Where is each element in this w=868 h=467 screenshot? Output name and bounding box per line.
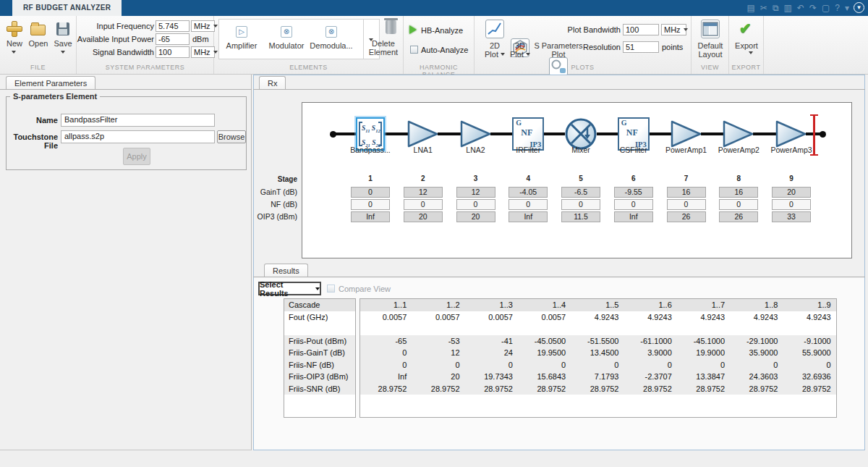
signal-line <box>544 132 565 135</box>
oip3-value-field[interactable]: 26 <box>719 211 758 222</box>
result-value: -45.0500 <box>519 335 572 348</box>
result-value <box>784 323 837 335</box>
column-header: 1..3 <box>467 299 519 311</box>
gain-value-field[interactable]: 0 <box>351 187 390 198</box>
gain-value-field[interactable]: -6.5 <box>561 187 600 198</box>
select-results-label: Select Results <box>260 280 311 298</box>
oip3-value-field[interactable]: 11.5 <box>561 211 600 222</box>
result-value: 0 <box>784 359 837 371</box>
result-value: 0 <box>413 359 466 371</box>
select-results-button[interactable]: Select Results <box>258 282 321 295</box>
oip3-value-field[interactable]: Inf <box>509 211 548 222</box>
result-value: -61.1000 <box>625 335 678 348</box>
tab-results[interactable]: Results <box>264 264 308 277</box>
result-value: -9.1000 <box>784 335 837 348</box>
oip3-value-field[interactable]: 20 <box>456 211 495 222</box>
result-value: -41 <box>467 335 519 348</box>
result-value: 0 <box>360 347 413 359</box>
nf-value-field[interactable]: 0 <box>719 199 758 210</box>
column-header: 1..4 <box>519 299 572 311</box>
result-value <box>413 323 466 335</box>
rf-budget-analyzer-app: RF BUDGET ANALYZER ▤✂⧉▥↶↷▢?▾ ▾ New Open … <box>0 0 868 467</box>
element-amplifier[interactable] <box>775 119 808 149</box>
result-value: 0.0057 <box>360 311 413 324</box>
results-header-row: 1..11..21..31..41..51..61..71..81..9 <box>360 299 836 311</box>
result-value: 0 <box>467 359 519 371</box>
results-row: 28.975228.975228.975228.975228.975228.97… <box>360 383 836 395</box>
gain-row-label: GainT (dB) <box>217 188 297 196</box>
nf-row-label: NF (dB) <box>217 200 297 209</box>
node-dot <box>820 131 826 138</box>
result-value: -2.3707 <box>625 371 678 383</box>
terminator-marker <box>810 114 818 156</box>
results-row: 0.00570.00570.00570.00574.92434.92434.92… <box>360 311 836 324</box>
nf-value-field[interactable]: 0 <box>772 199 811 210</box>
results-corner-cell: Cascade <box>284 299 355 311</box>
result-value: -29.1000 <box>731 335 784 348</box>
element-amplifier[interactable] <box>459 119 493 149</box>
nf-value-field[interactable]: 0 <box>509 199 548 210</box>
gain-value-field[interactable]: 12 <box>456 187 495 198</box>
result-value: 28.9752 <box>625 383 678 395</box>
nf-value-field[interactable]: 0 <box>614 199 653 210</box>
oip3-value-field[interactable]: 20 <box>404 211 443 222</box>
results-row-label: Friis-OIP3 (dBm) <box>284 371 355 383</box>
gain-value-field[interactable]: 20 <box>772 187 811 198</box>
results-row-label: Friis-Pout (dBm) <box>284 335 355 348</box>
result-value: 13.4500 <box>572 347 625 359</box>
result-value: 0 <box>572 359 625 371</box>
compare-view-label: Compare View <box>339 285 391 293</box>
result-value <box>360 323 413 335</box>
column-header: 1..1 <box>360 299 413 311</box>
oip3-value-field[interactable]: 33 <box>772 211 811 222</box>
column-header: 1..5 <box>572 299 625 311</box>
gain-value-field[interactable]: -9.55 <box>614 187 653 198</box>
stage-number: 1 <box>351 174 390 182</box>
gain-value-field[interactable]: 16 <box>667 187 706 198</box>
result-value: 28.9752 <box>519 383 572 395</box>
result-value: 0 <box>678 359 731 371</box>
signal-line <box>753 132 777 135</box>
nf-value-field[interactable]: 0 <box>667 199 706 210</box>
result-value: 7.1793 <box>572 371 625 383</box>
oip3-value-field[interactable]: Inf <box>614 211 653 222</box>
result-value: 19.7343 <box>467 371 519 383</box>
stage-number: 7 <box>667 174 706 182</box>
nf-value-field[interactable]: 0 <box>351 199 390 210</box>
results-row-label: Friis-GainT (dB) <box>284 347 355 359</box>
result-value: 24.3603 <box>731 371 784 383</box>
result-value <box>519 323 572 335</box>
signal-line <box>490 132 513 135</box>
nf-value-field[interactable]: 0 <box>456 199 495 210</box>
result-value <box>467 323 519 335</box>
results-row: 0122419.950013.45003.900019.900035.90005… <box>360 347 836 359</box>
results-row-label: Fout (GHz) <box>284 311 355 324</box>
nf-value-field[interactable]: 0 <box>404 199 443 210</box>
result-value: 12 <box>413 347 466 359</box>
result-value: 4.9243 <box>625 311 678 324</box>
result-value: 4.9243 <box>678 311 731 324</box>
compare-view-checkbox[interactable] <box>327 285 335 293</box>
column-header: 1..7 <box>678 299 731 311</box>
gain-value-field[interactable]: -4.05 <box>509 187 548 198</box>
results-row-label: Friis-SNR (dB) <box>284 383 355 395</box>
result-value: 24 <box>467 347 519 359</box>
results-row: Inf2019.734315.68437.1793-2.370713.38472… <box>360 371 836 383</box>
element-amplifier[interactable] <box>670 119 703 149</box>
signal-line <box>701 132 725 135</box>
result-value: 28.9752 <box>467 383 519 395</box>
oip3-value-field[interactable]: 26 <box>667 211 706 222</box>
gain-value-field[interactable]: 12 <box>404 187 443 198</box>
result-value: -51.5500 <box>572 335 625 348</box>
gain-value-field[interactable]: 16 <box>719 187 758 198</box>
element-amplifier[interactable] <box>722 119 755 149</box>
nf-value-field[interactable]: 0 <box>561 199 600 210</box>
column-header: 1..2 <box>413 299 466 311</box>
results-row-label <box>284 323 355 335</box>
element-amplifier[interactable] <box>407 119 440 149</box>
result-value: Inf <box>360 371 413 383</box>
stage-number: 4 <box>509 174 548 182</box>
oip3-value-field[interactable]: Inf <box>351 211 390 222</box>
result-value: -45.1000 <box>678 335 731 348</box>
results-row: -65-53-41-45.0500-51.5500-61.1000-45.100… <box>360 335 836 348</box>
